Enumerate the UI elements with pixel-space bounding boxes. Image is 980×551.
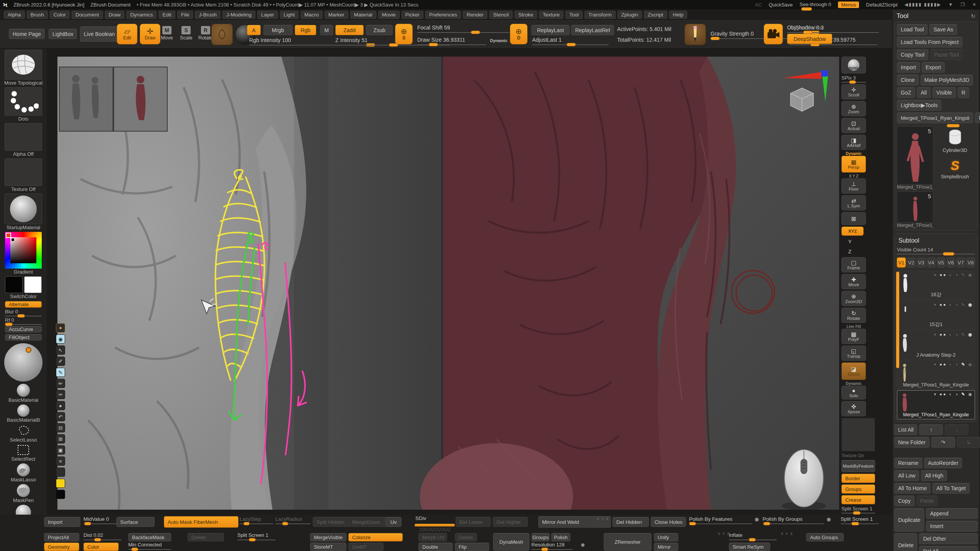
hue-ring[interactable] [5,232,42,269]
rotate-z-button[interactable]: Z [841,247,858,256]
zsub-button[interactable]: Zsub [366,25,393,35]
close-icon[interactable]: ✕ [972,2,977,7]
append-button[interactable]: Append [926,508,978,519]
deep-shadow-button[interactable]: DeepShadow [787,34,832,44]
new-folder-button[interactable]: New Folder [894,437,929,448]
color-picker[interactable]: Gradient [4,232,42,276]
paste-subtool-button[interactable]: Paste [916,496,938,506]
trash-icon[interactable]: ⊟ [56,423,65,432]
tab-v3[interactable]: V3 [917,258,926,267]
menu-dynamics[interactable]: Dynamics [126,11,157,19]
split-hidden-button[interactable]: Split Hidden [313,517,351,527]
dynamic-label[interactable]: Dynamic [490,38,508,43]
rotate3d-button[interactable]: ↻Rotate [841,308,866,323]
tab-v2[interactable]: V2 [907,258,916,267]
brush-icon[interactable]: ✎ [56,368,65,377]
list-all-button[interactable]: List All [894,424,917,435]
menu-jmodeling[interactable]: J-Modeling [222,11,255,19]
palette-swatch-icon[interactable] [56,468,65,477]
goz-visible-button[interactable]: Visible [933,87,956,98]
dynamesh-button[interactable]: DynaMesh [493,533,529,551]
m-button[interactable]: M [320,25,333,35]
picker-sphere[interactable] [4,343,42,381]
mask-by-feature-button[interactable]: MaskByFeature [841,460,875,472]
basic-material-b-slot[interactable]: BasicMaterialB [4,404,42,424]
del-higher-button[interactable]: Del Higher [493,517,528,527]
sdiv-slider[interactable]: SDiv [415,515,454,521]
polish-by-groups-slider[interactable]: Polish By Groups [763,516,824,524]
merge-down-button[interactable]: MergeDown [348,517,387,527]
select-lasso-slot[interactable]: SelectLasso [4,424,42,443]
menu-movie[interactable]: Movie [378,11,400,19]
cursor-icon[interactable]: ↖ [56,346,65,355]
menu-picker[interactable]: Picker [402,11,424,19]
load-tools-from-project-button[interactable]: Load Tools From Project [897,37,962,47]
texture-preview[interactable] [841,418,875,452]
load-tool-button[interactable]: Load Tool [897,24,928,35]
goz-all-button[interactable]: All [917,87,931,98]
adjust-last-slider[interactable]: AdjustLast 1 [532,37,609,45]
menu-zplugin[interactable]: Zplugin [617,11,642,19]
lightbox-button[interactable]: LightBox [49,29,77,39]
simplebrush-tool[interactable]: S SimpleBrush [935,155,975,183]
menu-brush[interactable]: Brush [27,11,48,19]
delete-row3-button[interactable]: Delete [455,533,477,541]
unify-axes[interactable]: X Y Z [718,532,730,536]
focal-shift-slider[interactable]: Focal Shift 59 [417,24,509,33]
current-brush-preview[interactable] [211,24,233,45]
subtool-row-icons[interactable]: ▾ ●● ◐ ◑ ✎ ◉ [934,302,973,307]
light-icon[interactable]: ✦ [56,323,65,333]
split-screen-slider-r1[interactable]: Split Screen 1 [841,516,879,524]
undo-icon[interactable]: ↶ [56,412,65,421]
lightbox-tools-button[interactable]: Lightbox▶Tools [897,100,941,111]
inflate-slider[interactable]: Inflate [729,532,777,540]
sculpt-viewport[interactable] [57,57,839,510]
pen-icon[interactable]: ✐ [56,357,65,366]
menu-stroke[interactable]: Stroke [514,11,537,19]
move-up-button[interactable]: ↑ [919,424,943,435]
document-canvas[interactable]: ✦ ◉ ↖ ✐ ✎ ✏ ✑ ● ↶ ⊟ ⊞ ▣ ≡ ▲▼ [57,57,839,510]
menu-edit[interactable]: Edit [158,11,175,19]
visible-count-slider[interactable]: Visible Count 14 [897,247,975,254]
save-as-button[interactable]: Save As [929,24,957,35]
store-mt-button[interactable]: StoreMT [310,543,346,551]
move-in-button[interactable]: ↳ [957,437,980,448]
project-all-button[interactable]: ProjectAll [44,533,79,541]
persp-button[interactable]: ▦Persp [841,156,866,173]
min-connected-slider[interactable]: Min Connected [128,542,171,550]
menu-light[interactable]: Light [280,11,299,19]
basic-material-slot[interactable]: BasicMaterial [4,384,42,404]
solo-button[interactable]: ●Solo [841,386,866,399]
menu-render[interactable]: Render [463,11,487,19]
uv-button[interactable]: Uv [385,517,402,527]
resolution-slider[interactable]: Resolution 128 [531,542,573,550]
tab-v1[interactable]: V1 [897,258,906,267]
lazy-step-slider[interactable]: LazyStep [240,516,273,524]
auto-groups-button[interactable]: Auto Groups [806,533,844,541]
fillobject-button[interactable]: FillObject [5,334,42,341]
subtool-row-icons[interactable]: ▾ ●● ◐ ◑ ✎ ◉ [934,272,973,277]
copy-tool-button[interactable]: Copy Tool [897,49,928,60]
backface-mask-button[interactable]: BackfaceMask [128,533,171,541]
eye-icon[interactable]: ◉ [56,334,65,344]
all-to-target-button[interactable]: All To Target [933,483,970,494]
flip-button[interactable]: Flip [455,543,489,551]
inflate-axes[interactable]: X Y Z [781,532,793,536]
quicksave-button[interactable]: QuickSave [769,2,793,8]
menu-texture[interactable]: Texture [539,11,564,19]
subtool-item[interactable]: ▾ ●● ◐ ◑ ✎ ◉ 15강1 [897,301,975,330]
select-rect-slot[interactable]: SelectRect [4,444,42,463]
auto-reorder-button[interactable]: AutoReorder [924,458,962,468]
see-through-slider[interactable]: See-through 0 [800,2,831,8]
all-low-button[interactable]: All Low [894,470,919,481]
paste-tool-button[interactable]: Paste Tool [930,49,963,60]
dock-toggle-icons[interactable]: ◀▮▮▮▮ ▮▮▮▮▶ [905,2,942,7]
tab-v5[interactable]: V5 [937,258,946,267]
image-icon[interactable]: ▣ [56,445,65,455]
all-high-button[interactable]: All High [921,470,947,481]
menu-stencil[interactable]: Stencil [489,11,513,19]
polyf-button[interactable]: ▦PolyF [841,329,866,344]
active-tool-thumbnail[interactable]: 5 [897,126,933,184]
tab-v4[interactable]: V4 [927,258,936,267]
previous-tool-thumbnail[interactable]: 5 [897,191,933,223]
